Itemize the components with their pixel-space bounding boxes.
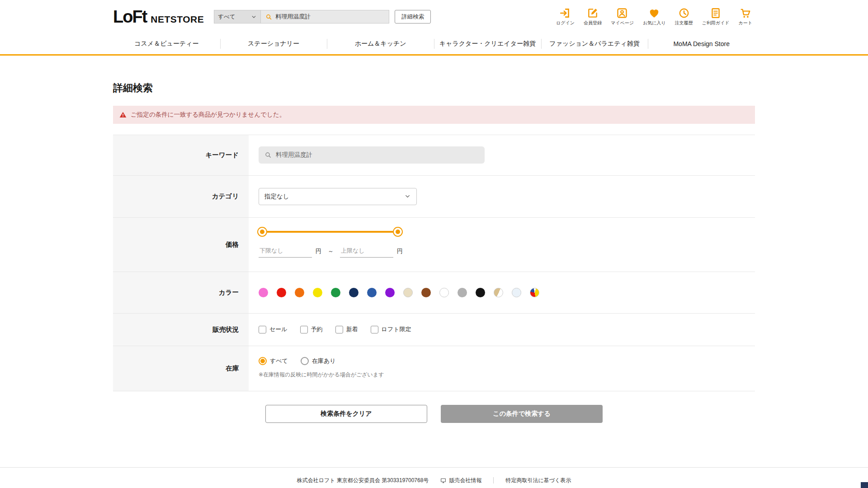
- sales-option-1[interactable]: セール: [259, 325, 288, 333]
- color-swatch-yellow[interactable]: [313, 288, 322, 297]
- form-row-keyword: キーワード 料理用温度計: [113, 135, 755, 175]
- utility-item-mypage[interactable]: マイページ: [608, 7, 637, 26]
- site-footer: 株式会社ロフト 東京都公安委員会 第303319700768号 販売会社情報 特…: [0, 467, 868, 484]
- footer-link-tokushoho[interactable]: 特定商取引法に基づく表示: [505, 477, 571, 484]
- clear-conditions-button[interactable]: 検索条件をクリア: [265, 405, 427, 423]
- keyword-label: キーワード: [113, 135, 249, 175]
- color-swatch-purple[interactable]: [385, 288, 395, 297]
- stock-option-1[interactable]: すべて: [259, 357, 288, 365]
- alert-text: ご指定の条件に一致する商品が見つかりませんでした。: [131, 111, 285, 119]
- header-search-query: 料理用温度計: [275, 13, 311, 21]
- nav-item-2[interactable]: ホーム＆キッチン: [327, 33, 434, 54]
- header-search: すべて 料理用温度計 詳細検索: [214, 10, 431, 23]
- color-swatch-gold[interactable]: [494, 288, 503, 297]
- color-swatch-white[interactable]: [439, 288, 449, 297]
- keyword-input[interactable]: 料理用温度計: [259, 146, 485, 164]
- primary-nav: コスメ＆ビューティーステーショナリーホーム＆キッチンキャラクター・クリエイター雑…: [113, 33, 755, 54]
- stock-option-2[interactable]: 在庫あり: [301, 357, 336, 365]
- slider-track: [262, 231, 398, 233]
- advanced-search-button[interactable]: 詳細検索: [395, 10, 431, 23]
- color-swatch-pink[interactable]: [259, 288, 268, 297]
- category-select[interactable]: 指定なし: [259, 188, 417, 205]
- radio-label: 在庫あり: [312, 357, 336, 365]
- nav-item-3[interactable]: キャラクター・クリエイター雑貨: [434, 33, 541, 54]
- search-icon: [265, 14, 272, 20]
- sales-option-3[interactable]: 新着: [335, 325, 358, 333]
- warning-icon: [119, 111, 127, 118]
- checkbox-label: 予約: [311, 325, 323, 333]
- color-swatch-blue[interactable]: [367, 288, 377, 297]
- slider-handle-max[interactable]: [393, 227, 403, 237]
- stock-note: ※在庫情報の反映に時間がかかる場合がございます: [259, 371, 755, 379]
- color-swatch-clear[interactable]: [512, 288, 521, 297]
- price-range-slider: [262, 227, 398, 237]
- utility-item-history[interactable]: 注文履歴: [672, 7, 696, 26]
- cart-icon: [740, 7, 751, 19]
- company-info-icon: [440, 478, 446, 483]
- utility-label: マイページ: [611, 20, 634, 26]
- slider-handle-min[interactable]: [257, 227, 267, 237]
- color-swatch-black[interactable]: [476, 288, 485, 297]
- utility-label: ご利用ガイド: [702, 20, 730, 26]
- main-content: 詳細検索 ご指定の条件に一致する商品が見つかりませんでした。 キーワード 料理用…: [113, 56, 755, 423]
- nav-item-4[interactable]: ファッション＆バラエティ雑貨: [541, 33, 648, 54]
- utility-item-login[interactable]: ログイン: [553, 7, 577, 26]
- no-results-alert: ご指定の条件に一致する商品が見つかりませんでした。: [113, 106, 755, 124]
- color-swatch-beige[interactable]: [403, 288, 413, 297]
- color-label: カラー: [113, 272, 249, 313]
- utility-label: お気に入り: [643, 20, 666, 26]
- search-with-conditions-button[interactable]: この条件で検索する: [441, 405, 603, 423]
- utility-label: ログイン: [556, 20, 575, 26]
- checkbox-label: 新着: [346, 325, 358, 333]
- page-title: 詳細検索: [113, 81, 755, 95]
- form-row-sales: 販売状況 セール予約新着ロフト限定: [113, 313, 755, 346]
- radio-icon: [301, 357, 309, 365]
- price-unit-max: 円: [397, 247, 403, 258]
- category-label: カテゴリ: [113, 176, 249, 217]
- chevron-down-icon: [404, 193, 411, 200]
- checkbox-icon: [300, 326, 308, 333]
- checkbox-icon: [259, 326, 266, 333]
- footer-link-company-info[interactable]: 販売会社情報: [440, 477, 481, 484]
- color-swatch-red[interactable]: [277, 288, 286, 297]
- site-logo[interactable]: LoFt NETSTORE: [113, 7, 204, 27]
- header-search-category-select[interactable]: すべて: [214, 10, 261, 23]
- color-swatch-green[interactable]: [331, 288, 340, 297]
- site-header: LoFt NETSTORE すべて 料理用温度計 詳細検索 ログイン会員登録マイ…: [0, 0, 868, 33]
- price-max-input[interactable]: 上限なし: [340, 246, 393, 258]
- form-row-color: カラー: [113, 272, 755, 313]
- sales-option-2[interactable]: 予約: [300, 325, 323, 333]
- utility-item-cart[interactable]: カート: [736, 7, 755, 26]
- checkbox-icon: [335, 326, 343, 333]
- favorites-icon: [648, 7, 660, 19]
- stock-options: すべて在庫あり: [259, 357, 755, 365]
- nav-item-5[interactable]: MoMA Design Store: [648, 33, 755, 54]
- category-nav-bar: コスメ＆ビューティーステーショナリーホーム＆キッチンキャラクター・クリエイター雑…: [0, 33, 868, 56]
- color-swatch-orange[interactable]: [295, 288, 304, 297]
- form-row-price: 価格 下限なし 円 ～ 上限なし 円: [113, 217, 755, 272]
- color-swatch-navy[interactable]: [349, 288, 359, 297]
- nav-item-1[interactable]: ステーショナリー: [220, 33, 327, 54]
- sales-option-4[interactable]: ロフト限定: [371, 325, 411, 333]
- header-search-category-value: すべて: [218, 13, 235, 21]
- form-actions: 検索条件をクリア この条件で検索する: [113, 405, 755, 423]
- price-min-input[interactable]: 下限なし: [259, 246, 312, 258]
- utility-label: 会員登録: [584, 20, 602, 26]
- checkbox-label: セール: [269, 325, 288, 333]
- stock-label: 在庫: [113, 346, 249, 391]
- utility-item-register[interactable]: 会員登録: [581, 7, 604, 26]
- nav-item-0[interactable]: コスメ＆ビューティー: [113, 33, 220, 54]
- color-swatches: [259, 288, 539, 297]
- color-swatch-brown[interactable]: [421, 288, 431, 297]
- utility-item-guide[interactable]: ご利用ガイド: [699, 7, 732, 26]
- scrollbar-down-button[interactable]: [861, 482, 868, 488]
- keyword-value: 料理用温度計: [276, 151, 312, 159]
- header-search-input[interactable]: 料理用温度計: [261, 10, 389, 23]
- radio-label: すべて: [270, 357, 288, 365]
- utility-item-favorites[interactable]: お気に入り: [640, 7, 669, 26]
- radio-icon: [259, 357, 267, 365]
- price-unit-min: 円: [316, 247, 321, 258]
- advanced-search-form: キーワード 料理用温度計 カテゴリ 指定なし 価格: [113, 135, 755, 391]
- color-swatch-gray[interactable]: [458, 288, 467, 297]
- color-swatch-multi[interactable]: [530, 288, 539, 297]
